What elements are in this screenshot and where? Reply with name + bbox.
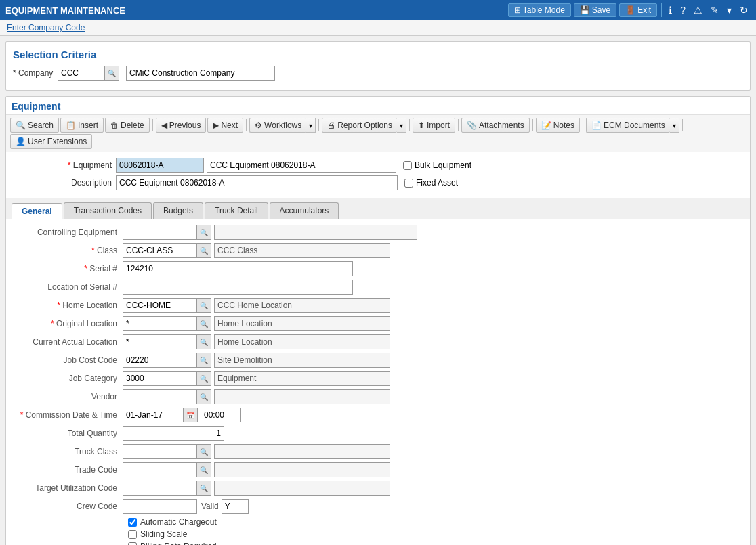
target-utilization-row: Target Utilization Code 🔍 [14,481,742,496]
crew-code-input[interactable] [123,499,197,514]
class-search-button[interactable]: 🔍 [197,243,211,258]
vendor-row: Vendor 🔍 [14,389,742,404]
ecm-dropdown-arrow[interactable]: ▾ [670,118,679,133]
truck-class-input-group: 🔍 [123,444,211,459]
company-hint: Enter Company Code [0,20,756,36]
sep2 [246,119,247,131]
company-code-input[interactable] [58,66,105,81]
total-quantity-input[interactable] [123,426,224,441]
tab-accumulators[interactable]: Accumulators [270,202,339,219]
target-utilization-search[interactable]: 🔍 [197,481,211,496]
serial-label: * Serial # [14,264,123,274]
next-button[interactable]: ▶ Next [207,118,243,133]
sep1 [152,119,153,131]
trade-code-search[interactable]: 🔍 [197,462,211,477]
total-quantity-row: Total Quantity [14,426,742,441]
sliding-scale-checkbox[interactable] [128,530,137,539]
company-hint-link[interactable]: Enter Company Code [7,23,85,32]
tab-transaction-codes[interactable]: Transaction Codes [64,202,152,219]
home-location-search[interactable]: 🔍 [197,298,211,313]
search-icon: 🔍 [16,121,26,130]
tab-general[interactable]: General [12,203,62,219]
target-utilization-input[interactable] [123,481,197,496]
sep7 [583,119,583,131]
equipment-name-input[interactable] [207,158,396,173]
truck-class-desc [214,444,390,459]
company-label: * Company [13,68,54,78]
general-tab-content: Controlling Equipment 🔍 * Class 🔍 * Seri… [6,219,750,545]
previous-button[interactable]: ◀ Previous [156,118,207,133]
fixed-asset-checkbox[interactable] [404,179,413,188]
job-category-search[interactable]: 🔍 [197,371,211,386]
home-location-code[interactable] [123,298,197,313]
tab-truck-detail[interactable]: Truck Detail [205,202,268,219]
delete-button[interactable]: 🗑 Delete [105,118,150,133]
bulk-equipment-checkbox[interactable] [403,161,412,170]
next-icon: ▶ [213,121,219,130]
company-row: * Company 🔍 [13,66,743,81]
truck-class-input[interactable] [123,444,197,459]
valid-input[interactable] [222,499,249,514]
class-code-input[interactable] [123,243,197,258]
sep5 [458,119,459,131]
tab-budgets[interactable]: Budgets [153,202,203,219]
table-mode-button[interactable]: ⊞ Table Mode [508,3,571,17]
notes-button[interactable]: 📝 Notes [536,118,580,133]
commission-date-picker[interactable]: 📅 [184,408,198,422]
job-cost-code-desc [214,353,390,368]
commission-time-input[interactable] [201,408,241,422]
search-button[interactable]: 🔍 Search [10,118,59,133]
job-category-input[interactable] [123,371,197,386]
alert-icon[interactable]: ⚠ [691,3,705,17]
original-location-code[interactable] [123,316,197,331]
report-options-dropdown: 🖨 Report Options ▾ [322,118,406,133]
workflows-button[interactable]: ⚙ Workflows [249,118,306,133]
job-cost-code-search[interactable]: 🔍 [197,353,211,368]
exit-button[interactable]: 🚪 Exit [619,3,657,17]
report-options-dropdown-arrow[interactable]: ▾ [397,118,406,133]
company-search-button[interactable]: 🔍 [105,66,119,81]
sep3 [318,119,319,131]
controlling-equipment-search[interactable]: 🔍 [197,225,211,240]
help-icon-2[interactable]: ? [677,3,688,17]
title-bar-actions: ⊞ Table Mode 💾 Save 🚪 Exit ℹ ? ⚠ ✎ ▾ ↻ [508,3,751,17]
sliding-scale-label: Sliding Scale [140,529,187,539]
commission-date-input[interactable] [123,408,184,422]
vendor-search[interactable]: 🔍 [197,389,211,404]
serial-input[interactable] [123,261,353,276]
vendor-code-input[interactable] [123,389,197,404]
truck-class-search[interactable]: 🔍 [197,444,211,459]
job-cost-code-label: Job Cost Code [14,355,123,365]
ecm-documents-button[interactable]: 📄 ECM Documents [586,118,670,133]
job-cost-code-input[interactable] [123,353,197,368]
dropdown-icon[interactable]: ▾ [724,3,734,17]
automatic-chargeout-label: Automatic Chargeout [140,517,217,527]
description-input[interactable] [116,175,398,190]
equipment-code-input[interactable] [116,158,204,173]
save-button[interactable]: 💾 Save [574,3,616,17]
report-options-button[interactable]: 🖨 Report Options [322,118,397,133]
job-category-input-group: 🔍 [123,371,211,386]
edit-icon[interactable]: ✎ [708,3,721,17]
current-location-search[interactable]: 🔍 [197,334,211,349]
import-button[interactable]: ⬆ Import [413,118,455,133]
automatic-chargeout-checkbox[interactable] [128,518,137,527]
workflows-dropdown-arrow[interactable]: ▾ [306,118,316,133]
vendor-desc [214,389,390,404]
original-location-search[interactable]: 🔍 [197,316,211,331]
current-location-code[interactable] [123,334,197,349]
billing-rate-checkbox[interactable] [128,542,137,546]
user-extensions-button[interactable]: 👤 User Extensions [10,134,92,149]
trade-code-input[interactable] [123,462,197,477]
location-serial-input[interactable] [123,280,353,295]
company-name-input[interactable] [126,66,275,81]
attachments-button[interactable]: 📎 Attachments [461,118,530,133]
commission-date-input-group: 📅 [123,408,198,422]
class-label: * Class [14,246,123,255]
ecm-icon: 📄 [591,121,602,130]
controlling-equipment-code[interactable] [123,225,197,240]
refresh-icon[interactable]: ↻ [737,3,751,17]
help-icon-1[interactable]: ℹ [666,3,675,17]
job-category-desc [214,371,390,386]
insert-button[interactable]: 📋 Insert [60,118,104,133]
